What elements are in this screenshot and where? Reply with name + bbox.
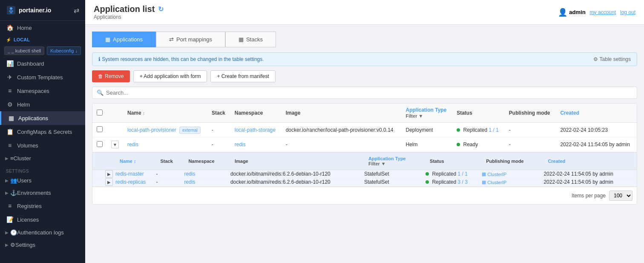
tab-applications[interactable]: ▦ Applications	[92, 32, 156, 47]
expand-redis-replicas-button[interactable]: ▶	[105, 178, 113, 186]
sidebar-item-auth-logs[interactable]: ▶ 🕐 Authentication logs	[0, 226, 85, 239]
sub-app-link-redis-replicas[interactable]: redis-replicas	[115, 179, 146, 185]
sidebar-item-licenses[interactable]: 📝 Licenses	[0, 213, 85, 226]
add-form-button[interactable]: + Add application with form	[133, 70, 207, 82]
sub-td-ns2: redis	[184, 178, 230, 186]
sidebar-item-configmaps[interactable]: 📋 ConfigMaps & Secrets	[0, 125, 85, 139]
sub-table-wrapper: Name ↕ Stack Namespace Image Application…	[92, 152, 637, 186]
expand-redis-master-button[interactable]: ▶	[105, 170, 113, 178]
toggle-sidebar-icon[interactable]: ⇄	[74, 6, 79, 14]
my-account-link[interactable]: my account	[590, 9, 616, 15]
td-created-2: 2022-02-24 11:54:05 by admin	[556, 137, 637, 152]
applications-icon: ▦	[7, 115, 15, 121]
info-message: ℹ System resources are hidden, this can …	[98, 56, 264, 62]
sidebar-item-registries[interactable]: ≡ Registries	[0, 199, 85, 213]
sidebar-dashboard-label: Dashboard	[17, 61, 44, 67]
helm-icon: ⚙	[6, 101, 14, 108]
sidebar-item-helm[interactable]: ⚙ Helm	[0, 98, 85, 111]
sub-td-type2: StatefulSet	[364, 178, 426, 186]
refresh-icon[interactable]: ↻	[158, 5, 164, 13]
remove-button[interactable]: 🗑 Remove	[92, 70, 130, 82]
trash-icon: 🗑	[98, 73, 103, 79]
sidebar-helm-label: Helm	[17, 101, 30, 108]
name-sort-icon[interactable]: ↕	[143, 111, 145, 116]
sidebar-item-volumes[interactable]: ≡ Volumes	[0, 139, 85, 152]
add-form-label: + Add application with form	[140, 73, 201, 79]
row-checkbox-2[interactable]	[97, 141, 103, 147]
select-all-checkbox[interactable]	[97, 110, 103, 116]
table-row: local-path-provisioner external - local-…	[92, 123, 637, 137]
topbar-left: Application list ↻ Applications	[94, 4, 164, 20]
th-checkbox	[92, 104, 107, 123]
sub-th-image: Image	[230, 153, 364, 170]
status-text-1: Replicated	[463, 127, 488, 133]
kubeconfig-button[interactable]: Kubeconfig ↓	[47, 46, 81, 55]
sidebar-item-users[interactable]: ▶ 👥 Users	[0, 174, 85, 187]
th-namespace: Namespace	[230, 104, 282, 123]
search-input[interactable]	[106, 90, 632, 96]
sub-th-namespace: Namespace	[184, 153, 230, 170]
sidebar-cluster-label: Cluster	[14, 155, 31, 162]
namespace-link-2[interactable]: redis	[235, 142, 246, 147]
sub-td-created1: 2022-02-24 11:54:05 by admin	[543, 170, 637, 178]
td-image-1: docker.io/rancher/local-path-provisioner…	[282, 123, 402, 137]
expand-redis-button[interactable]: ▼	[111, 141, 119, 148]
table-settings-button[interactable]: ⚙ Table settings	[593, 56, 631, 62]
sidebar-auth-logs-label: Authentication logs	[17, 229, 64, 236]
sub-app-link-redis-master[interactable]: redis-master	[115, 171, 144, 177]
sidebar-users-label: Users	[17, 177, 32, 184]
app-link-local-path[interactable]: local-path-provisioner	[127, 127, 176, 133]
tab-port-icon: ⇄	[169, 36, 174, 43]
kubectl-shell-button[interactable]: _ _ kubectl shell	[4, 46, 44, 55]
sidebar-item-settings[interactable]: ▶ ⚙ Settings	[0, 239, 85, 251]
breadcrumb: Applications	[94, 14, 164, 20]
td-publishing-1: -	[505, 123, 556, 137]
th-created: Created	[556, 104, 637, 123]
clusterip-icon-2: ▦	[482, 179, 486, 185]
table-settings-label: Table settings	[600, 56, 631, 62]
app-link-redis[interactable]: redis	[127, 142, 138, 147]
clusterip-badge-2: ▦ ClusterIP	[482, 179, 506, 185]
table-row: ▶ redis-replicas - redis docker.io/bitna…	[92, 178, 637, 186]
sub-ns-link-2[interactable]: redis	[184, 179, 195, 185]
sub-ns-link-1[interactable]: redis	[184, 171, 195, 177]
remove-label: Remove	[105, 73, 124, 79]
tab-applications-icon: ▦	[105, 36, 110, 43]
sidebar-settings-label: Settings	[15, 242, 35, 248]
sub-td-expand2: ▶	[105, 178, 115, 186]
namespace-link-1[interactable]: local-path-storage	[235, 127, 276, 133]
sidebar-item-namespaces[interactable]: ≡ Namespaces	[0, 84, 85, 98]
table-row: ▶ redis-master - redis docker.io/bitnami…	[92, 170, 637, 178]
row-checkbox-1[interactable]	[97, 126, 103, 132]
sub-header-row: Name ↕ Stack Namespace Image Application…	[92, 153, 637, 170]
users-icon: 👥	[10, 177, 17, 184]
create-manifest-button[interactable]: + Create from manifest	[210, 70, 275, 82]
sidebar-item-custom-templates[interactable]: ✈ Custom Templates	[0, 70, 85, 84]
tab-stacks[interactable]: ▦ Stacks	[225, 32, 276, 47]
create-manifest-label: + Create from manifest	[217, 73, 269, 79]
tab-port-mappings[interactable]: ⇄ Port mappings	[156, 32, 225, 47]
items-per-page-select[interactable]: 10 25 50 100	[609, 191, 632, 201]
home-icon: 🏠	[6, 24, 14, 31]
sidebar-item-home-label: Home	[17, 25, 32, 31]
logout-link[interactable]: log out	[620, 9, 635, 15]
clusterip-icon-1: ▦	[482, 171, 486, 177]
filter-icon[interactable]: ▼	[418, 113, 423, 118]
external-badge: external	[179, 127, 201, 134]
sub-th-apptype: Application Type Filter ▼	[364, 153, 426, 170]
settings-chevron-icon: ▶	[5, 243, 9, 247]
sidebar-namespaces-label: Namespaces	[17, 88, 49, 94]
user-info: 👤 admin	[558, 8, 585, 17]
tab-applications-label: Applications	[113, 36, 143, 43]
sidebar-item-applications[interactable]: ▦ Applications	[0, 111, 85, 125]
gear-icon: ⚙	[593, 56, 598, 62]
dashboard-icon: 📊	[6, 60, 14, 67]
sidebar-item-environments[interactable]: ▶ ⚓ Environments	[0, 187, 85, 199]
tab-stacks-icon: ▦	[239, 36, 244, 43]
sidebar-item-home[interactable]: 🏠 Home	[0, 21, 85, 35]
sub-td-stack2: -	[156, 178, 184, 186]
sidebar-templates-label: Custom Templates	[17, 74, 63, 81]
svg-rect-2	[9, 11, 13, 12]
sidebar-item-dashboard[interactable]: 📊 Dashboard	[0, 57, 85, 70]
sidebar-item-cluster[interactable]: ▶ ≡ Cluster	[0, 152, 85, 165]
